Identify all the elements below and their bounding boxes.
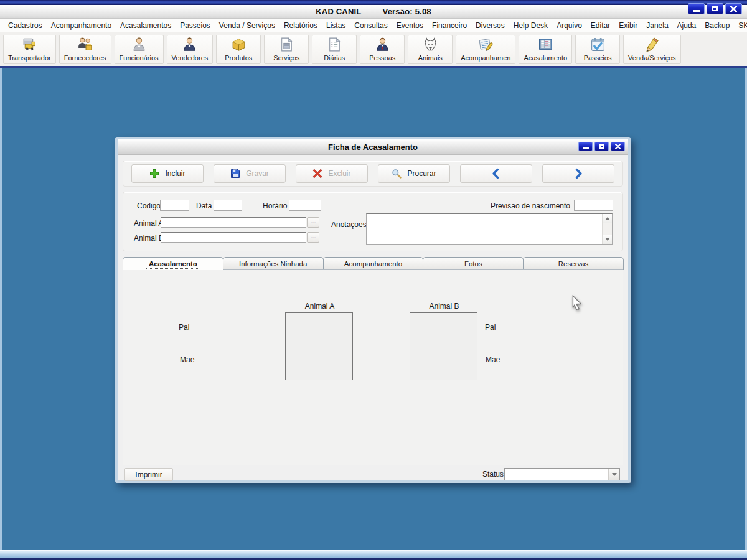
status-combobox[interactable] — [504, 468, 620, 480]
tab-label: Informações Ninhada — [237, 259, 309, 268]
toolbar-button-acompanhamen[interactable]: Acompanhamen — [456, 35, 515, 64]
gravar-button[interactable]: Gravar — [214, 164, 286, 183]
toolbar-button-label: Diárias — [324, 54, 345, 63]
tab-acasalamento[interactable]: Acasalamento — [123, 257, 223, 270]
toolbar-button-fornecedores[interactable]: Fornecedores — [59, 35, 111, 64]
incluir-button[interactable]: Incluir — [131, 164, 204, 183]
toolbar-button-transportador[interactable]: Transportador — [3, 35, 56, 64]
scroll-up-button[interactable] — [603, 214, 612, 223]
ficha-acasalamento-dialog: Ficha de Acasalamento IncluirGravarExclu… — [115, 137, 631, 483]
menu-consultas[interactable]: Consultas — [350, 19, 392, 32]
plus-icon — [149, 169, 159, 179]
toolbar-button-label: Serviços — [273, 54, 299, 63]
tab-reservas[interactable]: Reservas — [523, 257, 624, 270]
animal-b-input[interactable] — [161, 232, 306, 243]
pai-left-label: Pai — [179, 323, 189, 332]
toolbar-button-venda-servicos[interactable]: Venda/Serviços — [623, 35, 680, 64]
toolbar: TransportadorFornecedoresFuncionáriosVen… — [0, 32, 747, 66]
window-bottom-border — [0, 550, 747, 560]
anotacoes-scrollbar[interactable] — [602, 214, 612, 244]
tab-label: Acasalamento — [146, 259, 200, 268]
window-right-border — [745, 68, 747, 550]
tab-label: Reservas — [556, 259, 591, 268]
menu-backup[interactable]: Backup — [700, 19, 734, 32]
tab-fotos[interactable]: Fotos — [423, 257, 524, 270]
next-record-button[interactable] — [542, 164, 614, 183]
toolbar-button-vendedores[interactable]: Vendedores — [167, 35, 214, 64]
tab-informacoes-ninhada[interactable]: Informações Ninhada — [223, 257, 324, 270]
menu-relatorios[interactable]: Relatórios — [280, 19, 322, 32]
procurar-button[interactable]: Procurar — [378, 164, 450, 183]
dialog-toolbar: IncluirGravarExcluirProcurar — [123, 161, 623, 187]
toolbar-button-passeios[interactable]: Passeios — [575, 35, 620, 64]
animal-a-input[interactable] — [161, 217, 306, 228]
main-titlebar[interactable]: KAD CANIL Versão: 5.08 — [0, 5, 747, 19]
toolbar-button-funcionarios[interactable]: Funcionários — [115, 35, 164, 64]
toolbar-button-servicos[interactable]: Serviços — [264, 35, 309, 64]
box-icon — [230, 36, 247, 54]
suppliers-icon — [77, 36, 93, 54]
anotacoes-textarea[interactable] — [366, 213, 613, 245]
previsao-nascimento-input[interactable] — [574, 200, 613, 211]
menu-cadastros[interactable]: Cadastros — [4, 19, 47, 32]
toolbar-button-produtos[interactable]: Produtos — [216, 35, 261, 64]
menu-janela[interactable]: Janela — [642, 19, 672, 32]
horario-input[interactable] — [289, 200, 321, 211]
button-label: Gravar — [246, 169, 269, 178]
menu-exibir[interactable]: Exibir — [614, 19, 642, 32]
menu-ajuda[interactable]: Ajuda — [673, 19, 701, 32]
toolbar-button-acasalamento[interactable]: Acasalamento — [519, 35, 572, 64]
pencil-icon — [644, 36, 660, 54]
menu-arquivo[interactable]: Arquivo — [552, 19, 586, 32]
toolbar-button-pessoas[interactable]: Pessoas — [360, 35, 405, 64]
animal-a-caption: Animal A — [303, 302, 337, 310]
main-window-controls — [688, 3, 742, 14]
codigo-input[interactable] — [160, 200, 189, 211]
toolbar-button-label: Funcionários — [120, 54, 159, 63]
dialog-window-controls — [578, 142, 625, 151]
toolbar-button-diarias[interactable]: Diárias — [312, 35, 357, 64]
minimize-icon — [693, 10, 700, 12]
toolbar-button-animais[interactable]: Animais — [408, 35, 453, 64]
dialog-close-button[interactable] — [611, 142, 625, 151]
animal-b-photo-box — [410, 312, 477, 380]
toolbar-button-label: Fornecedores — [64, 54, 106, 63]
menu-eventos[interactable]: Eventos — [392, 19, 428, 32]
dialog-minimize-button[interactable] — [578, 142, 593, 151]
mae-right-label: Mãe — [486, 355, 500, 364]
menu-acasalamentos[interactable]: Acasalamentos — [116, 19, 176, 32]
animal-a-browse-button[interactable]: ... — [307, 217, 319, 228]
excluir-button[interactable]: Excluir — [296, 164, 368, 183]
data-label: Data — [196, 202, 212, 210]
toolbar-button-label: Produtos — [225, 54, 252, 63]
dialog-titlebar[interactable]: Ficha de Acasalamento — [118, 139, 628, 155]
imprimir-button[interactable]: Imprimir — [125, 468, 173, 481]
minimize-button[interactable] — [688, 3, 705, 14]
scroll-down-button[interactable] — [603, 235, 612, 244]
menu-acompanhamento[interactable]: Acompanhamento — [47, 19, 116, 32]
previous-record-button[interactable] — [460, 164, 532, 183]
menu-financeiro[interactable]: Financeiro — [428, 19, 471, 32]
menu-help-desk[interactable]: Help Desk — [509, 19, 552, 32]
menu-skin[interactable]: SKIN — [734, 19, 747, 32]
toolbar-button-label: Venda/Serviços — [628, 54, 675, 63]
previsao-nascimento-label: Previsão de nascimento — [491, 202, 570, 210]
data-input[interactable] — [214, 200, 242, 211]
maximize-button[interactable] — [707, 3, 723, 14]
animal-b-browse-button[interactable]: ... — [307, 232, 319, 243]
tab-acompanhamento[interactable]: Acompanhamento — [323, 257, 424, 270]
close-button[interactable] — [725, 3, 742, 14]
chevron-left-icon — [491, 168, 502, 179]
dialog-maximize-button[interactable] — [594, 142, 609, 151]
menu-listas[interactable]: Listas — [322, 19, 350, 32]
combo-dropdown-button[interactable] — [608, 469, 619, 480]
animal-b-label: Animal B — [134, 234, 164, 243]
dialog-title: Ficha de Acasalamento — [328, 142, 418, 152]
menu-passeios[interactable]: Passeios — [176, 19, 215, 32]
animal-a-photo-box — [285, 312, 353, 380]
menu-diversos[interactable]: Diversos — [471, 19, 509, 32]
menu-venda-servicos[interactable]: Venda / Serviços — [215, 19, 280, 32]
menu-editar[interactable]: Editar — [586, 19, 614, 32]
delete-icon — [312, 169, 322, 179]
menu-bar: CadastrosAcompanhamentoAcasalamentosPass… — [0, 19, 747, 32]
